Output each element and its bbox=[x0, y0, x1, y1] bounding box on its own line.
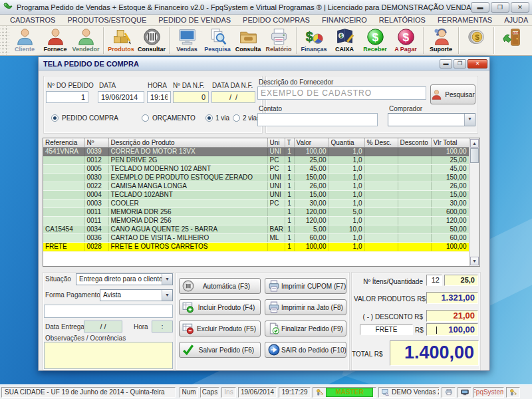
toolbar-relatorio-button[interactable]: Relatório bbox=[263, 26, 294, 55]
toolbar-vendas-button[interactable]: Vendas bbox=[172, 26, 202, 55]
grid-row[interactable]: 0011 MEMÓRIA DDR 256 1 120,00 5,0 600,00 bbox=[43, 208, 469, 217]
invoice-date-input[interactable] bbox=[211, 91, 255, 103]
grid-row[interactable]: 0005 TECLADO MODERNO 102 ABNT PC 1 45,00… bbox=[43, 165, 469, 174]
incluir-produto-button[interactable]: Incluir Produto (F4) bbox=[179, 299, 261, 315]
comprador-select[interactable]: ▼ bbox=[388, 113, 475, 126]
fornecedor-input[interactable] bbox=[257, 86, 426, 100]
grid-scrollbar[interactable]: ▲ ▼ bbox=[469, 138, 479, 266]
col-t[interactable]: T bbox=[285, 138, 294, 148]
grid-row[interactable]: CA15454 0034 CANO AGUA QUENTE 25 - BARRA… bbox=[43, 225, 469, 234]
menu-produtos-estoque[interactable]: PRODUTOS/ESTOQUE bbox=[61, 16, 152, 24]
situacao-select[interactable]: Entrega direto para o cliente ▼ bbox=[76, 273, 173, 285]
imprimir-cupom-button[interactable]: Imprimir CUPOM (F7) bbox=[265, 278, 346, 294]
inner-maximize-icon[interactable]: ❐ bbox=[454, 59, 466, 68]
scroll-thumb[interactable] bbox=[470, 148, 479, 163]
hora-entrega-field[interactable]: : bbox=[152, 321, 173, 332]
imprimir-jato-button[interactable]: Imprimir na Jato (F8) bbox=[265, 299, 346, 315]
grid-row[interactable]: FRETE 0028 FRETE E OUTROS CARRETOS 1 100… bbox=[43, 243, 469, 251]
toolbar-pesquisa-button[interactable]: Pesquisa bbox=[202, 26, 233, 55]
pedido-window-titlebar: TELA PEDIDO DE COMPRA ▬ ❐ ✕ bbox=[39, 57, 489, 70]
grid-row[interactable]: 0011 MEMÓRIA DDR 256 1 120,00 1,0 120,00 bbox=[43, 217, 469, 225]
coin-icon: $ bbox=[467, 27, 486, 47]
grid-row[interactable]: 0036 CARTAO DE VISITA - MILHEIRO ML 1 60… bbox=[43, 234, 469, 243]
pedido-number-input[interactable] bbox=[46, 91, 88, 103]
scroll-up-icon[interactable]: ▲ bbox=[470, 139, 479, 148]
scroll-down-icon[interactable]: ▼ bbox=[470, 257, 479, 265]
excluir-produto-button[interactable]: Excluir Produto (F5) bbox=[179, 321, 261, 336]
cell-quantia: 1,0 bbox=[329, 174, 364, 182]
minimize-icon[interactable]: ▬ bbox=[471, 2, 489, 13]
contato-input[interactable] bbox=[257, 113, 378, 126]
col-descricao[interactable]: Descrição do Produto bbox=[108, 138, 267, 148]
sair-pedido-button[interactable]: SAIR do Pedido (F10) bbox=[265, 342, 346, 358]
via1-radio[interactable] bbox=[205, 114, 213, 122]
toolbar-apagar-button[interactable]: $ A Pagar bbox=[390, 26, 421, 55]
order-date-input[interactable] bbox=[98, 91, 144, 103]
toolbar-receber-button[interactable]: $ Receber bbox=[360, 26, 390, 55]
inner-minimize-icon[interactable]: ▬ bbox=[440, 59, 452, 68]
menu-financeiro[interactable]: FINANCEIRO bbox=[316, 16, 373, 24]
menu-pedido-vendas[interactable]: PEDIDO DE VENDAS bbox=[152, 16, 237, 24]
col-perc-desc[interactable]: % Desc. bbox=[364, 138, 398, 148]
automatica-button[interactable]: Automática (F3) bbox=[179, 278, 261, 294]
cell-uni: PC bbox=[267, 200, 285, 208]
toolbar-moeda-button[interactable]: $ bbox=[461, 26, 491, 55]
invoice-number-input[interactable] bbox=[173, 91, 209, 103]
toolbar-financas-button[interactable]: $ Finanças bbox=[299, 26, 329, 55]
orcamento-radio[interactable] bbox=[142, 114, 149, 122]
close-icon[interactable]: ✕ bbox=[511, 2, 529, 13]
grid-row[interactable]: 0004 TECLADO 102ABNT UNI 1 15,00 1,0 15,… bbox=[43, 191, 469, 200]
grid-row[interactable]: 4541VNRA 0039 CORREA DO MOTOR 13VX UNI 1… bbox=[43, 148, 469, 156]
toolbar-consulta-button[interactable]: Consulta bbox=[233, 26, 263, 55]
comprador-label: Comprador bbox=[389, 105, 422, 112]
toolbar-vendedor-button[interactable]: Vendedor bbox=[70, 26, 101, 55]
payment-detail-input[interactable] bbox=[44, 305, 173, 318]
toolbar-fornecedor-button[interactable]: Fornece bbox=[40, 26, 70, 55]
col-desconto[interactable]: Desconto bbox=[398, 138, 431, 148]
cell-uni: UNI bbox=[267, 174, 285, 182]
status-app: DEMO Vendas 2.0 bbox=[392, 388, 440, 397]
observacoes-textarea[interactable] bbox=[44, 342, 173, 369]
pesquisar-button[interactable]: Pesquisar bbox=[430, 84, 475, 104]
cell-valor: 45,00 bbox=[294, 165, 329, 174]
menu-pedido-compras[interactable]: PEDIDO COMPRAS bbox=[237, 16, 316, 24]
via2-radio[interactable] bbox=[233, 114, 240, 122]
cell-quantia: 10,0 bbox=[329, 225, 364, 234]
data-entrega-field[interactable]: / / bbox=[84, 321, 122, 332]
salvar-pedido-button[interactable]: Salvar Pedido (F6) bbox=[179, 342, 261, 358]
cell-numero: 0012 bbox=[84, 156, 108, 165]
menu-cadastros[interactable]: CADASTROS bbox=[4, 16, 61, 24]
cell-referencia bbox=[43, 200, 84, 208]
frete-value: 100,00 bbox=[426, 323, 478, 336]
menu-relatorios[interactable]: RELATÓRIOS bbox=[373, 16, 432, 24]
maximize-icon[interactable]: ❐ bbox=[491, 2, 509, 13]
forma-pagamento-select[interactable]: Avista ▼ bbox=[100, 289, 173, 301]
col-quantia[interactable]: Quantia bbox=[329, 138, 364, 148]
col-referencia[interactable]: Referencia bbox=[43, 138, 84, 148]
toolbar-cliente-button[interactable]: Cliente bbox=[9, 26, 40, 55]
menu-ferramentas[interactable]: FERRAMENTAS bbox=[432, 16, 498, 24]
inner-close-icon[interactable]: ✕ bbox=[467, 59, 487, 68]
cell-perc-desc bbox=[364, 234, 398, 243]
finalizar-pedido-button[interactable]: Finalizar Pedido (F9) bbox=[265, 321, 346, 336]
pedido-compra-radio[interactable] bbox=[51, 114, 59, 122]
cell-desconto bbox=[398, 191, 431, 200]
toolbar-caixa-button[interactable]: $ CAIXA bbox=[329, 26, 360, 55]
toolbar-grip bbox=[0, 26, 9, 55]
grid-row[interactable]: 0022 CAMISA MANGA LONGA UNI 1 26,00 1,0 … bbox=[43, 182, 469, 191]
status-date: 19/06/2014 bbox=[238, 387, 277, 398]
grid-row[interactable]: 0030 EXEMPLO DE PRODUTO ESTOQUE ZERADO U… bbox=[43, 174, 469, 182]
grid-row[interactable]: 0012 PEN DRIVE 2G PC 1 25,00 1,0 25,00 bbox=[43, 156, 469, 165]
col-vlr-total[interactable]: Vlr Total bbox=[431, 138, 469, 148]
toolbar-suporte-button[interactable]: Suporte bbox=[426, 26, 456, 55]
toolbar-exit-button[interactable]: EXIT bbox=[496, 26, 527, 55]
col-numero[interactable]: Nº bbox=[84, 138, 108, 148]
grid-row[interactable]: 0003 COOLER PC 1 30,00 1,0 30,00 bbox=[43, 200, 469, 208]
menu-ajuda[interactable]: AJUDA bbox=[498, 16, 532, 24]
order-time-input[interactable] bbox=[147, 91, 171, 103]
toolbar-produtos-button[interactable]: Produtos bbox=[106, 26, 136, 55]
toolbar-consultar-button[interactable]: Consultar bbox=[136, 26, 167, 55]
col-valor[interactable]: Valor bbox=[294, 138, 329, 148]
col-uni[interactable]: Uni bbox=[267, 138, 285, 148]
boxes-icon bbox=[112, 27, 131, 47]
